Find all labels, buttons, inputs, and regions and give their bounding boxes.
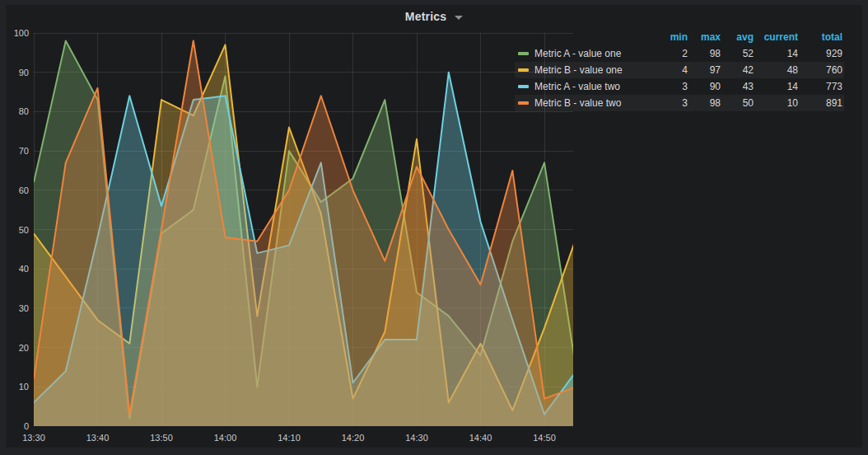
y-axis-label: 10	[7, 381, 29, 392]
stat-max: 90	[689, 81, 722, 92]
y-axis-label: 50	[7, 224, 29, 236]
stat-current: 10	[755, 97, 800, 109]
chart-area[interactable]	[34, 33, 573, 426]
series-color-swatch[interactable]	[518, 101, 529, 105]
legend-header-avg[interactable]: avg	[722, 31, 755, 43]
stat-current: 14	[755, 48, 800, 59]
legend-header-total[interactable]: total	[800, 31, 844, 43]
y-axis-label: 80	[7, 106, 29, 117]
stat-min: 3	[653, 81, 689, 92]
panel-title[interactable]: Metrics	[405, 10, 446, 23]
series-label[interactable]: Metric A - value one	[534, 48, 621, 59]
stat-total: 773	[800, 81, 844, 92]
y-axis-label: 90	[7, 67, 29, 78]
series-color-swatch[interactable]	[518, 52, 529, 55]
stat-avg: 52	[722, 48, 755, 59]
series-color-swatch[interactable]	[518, 68, 529, 72]
legend-header-current[interactable]: current	[755, 31, 800, 43]
panel-header[interactable]: Metrics	[6, 5, 862, 28]
legend-table: min max avg current total Metric A - val…	[515, 29, 844, 111]
x-axis-label: 14:40	[463, 432, 499, 443]
stat-avg: 42	[722, 64, 755, 76]
series-label[interactable]: Metric B - value one	[534, 64, 623, 76]
stat-max: 97	[689, 64, 722, 76]
stat-avg: 50	[722, 97, 755, 109]
y-axis-label: 60	[7, 185, 29, 196]
legend-row: Metric B - value one 4 97 42 48 760	[515, 62, 844, 78]
legend-series-toggle[interactable]: Metric A - value one	[515, 48, 653, 59]
stat-total: 760	[800, 64, 844, 76]
grafana-dashboard: Metrics 1009080706050403020100 13:3013:4…	[0, 0, 868, 455]
legend-row: Metric A - value two 3 90 43 14 773	[515, 78, 844, 95]
legend-header-max[interactable]: max	[689, 31, 722, 43]
x-axis-label: 14:10	[271, 432, 307, 443]
legend-header-min[interactable]: min	[653, 31, 689, 43]
stat-max: 98	[689, 97, 722, 109]
y-axis-label: 30	[7, 303, 29, 314]
metrics-panel: Metrics 1009080706050403020100 13:3013:4…	[6, 5, 862, 448]
chart-svg	[34, 33, 573, 426]
legend-series-toggle[interactable]: Metric B - value two	[515, 97, 653, 109]
stat-avg: 43	[722, 81, 755, 92]
stat-current: 14	[755, 81, 800, 92]
panel-menu-caret-icon	[455, 16, 463, 20]
stat-min: 4	[653, 64, 689, 76]
x-axis-label: 13:40	[80, 432, 116, 443]
series-label[interactable]: Metric A - value two	[534, 81, 620, 92]
x-axis-label: 14:50	[526, 432, 562, 443]
legend-header-row: min max avg current total	[515, 29, 844, 45]
legend-series-toggle[interactable]: Metric A - value two	[515, 81, 653, 92]
x-axis-label: 14:30	[399, 432, 435, 443]
legend-row: Metric A - value one 2 98 52 14 929	[515, 45, 844, 62]
series-color-swatch[interactable]	[518, 85, 529, 88]
y-axis-label: 20	[7, 342, 29, 354]
stat-max: 98	[689, 48, 722, 59]
legend-row: Metric B - value two 3 98 50 10 891	[515, 95, 844, 111]
x-axis-label: 13:30	[16, 432, 52, 443]
series-label[interactable]: Metric B - value two	[534, 97, 621, 109]
x-axis-label: 14:00	[208, 432, 244, 443]
stat-min: 2	[653, 48, 689, 59]
stat-min: 3	[653, 97, 689, 109]
y-axis-label: 0	[7, 420, 29, 432]
x-axis-label: 14:20	[335, 432, 371, 443]
x-axis-label: 13:50	[143, 432, 180, 443]
stat-total: 891	[800, 97, 844, 109]
stat-total: 929	[800, 48, 844, 59]
y-axis-label: 100	[7, 27, 29, 39]
legend-series-toggle[interactable]: Metric B - value one	[515, 64, 653, 76]
y-axis-label: 40	[7, 263, 29, 274]
y-axis-label: 70	[7, 145, 29, 157]
stat-current: 48	[755, 64, 800, 76]
